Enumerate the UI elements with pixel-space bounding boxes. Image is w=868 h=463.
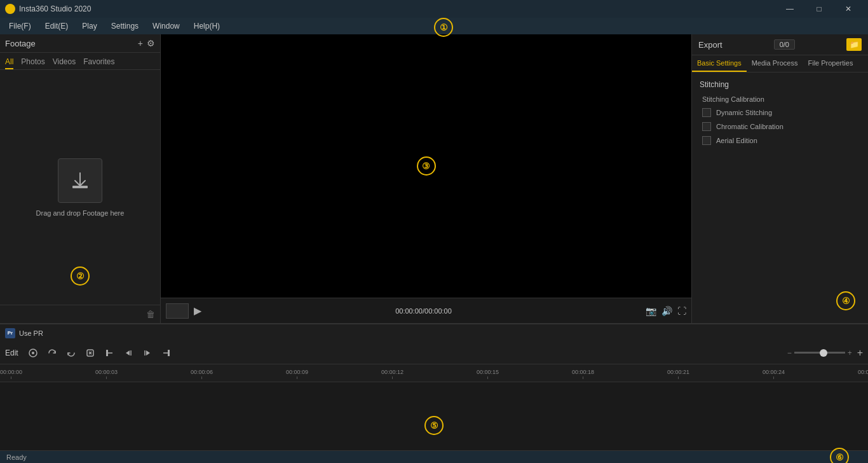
video-canvas: ③	[161, 34, 691, 298]
stitching-calibration-row: Stitching Calibration	[700, 95, 860, 103]
footage-content: Drag and drop Footage here ②	[0, 70, 160, 305]
drop-icon	[58, 158, 102, 203]
status-bar: Ready ⑥	[0, 450, 868, 463]
trash-icon[interactable]: 🗑	[146, 309, 155, 319]
menu-bar: ① File(F) Edit(E) Play Settings Window H…	[0, 18, 868, 34]
edit-btn-loop[interactable]	[45, 346, 59, 360]
add-footage-icon[interactable]: +	[138, 38, 143, 48]
menu-settings[interactable]: Settings	[105, 20, 145, 32]
aerial-edition-row: Aerial Edition	[700, 136, 860, 145]
footage-title: Footage	[5, 39, 36, 48]
ruler-mark: 00:00:00	[0, 369, 22, 379]
title-bar-controls: — □ ✕	[775, 0, 863, 18]
camera-icon[interactable]: 📷	[646, 306, 656, 316]
zoom-out-icon[interactable]: −	[787, 349, 792, 357]
timeline-content[interactable]: ⑤	[0, 382, 868, 450]
tab-basic-settings[interactable]: Basic Settings	[692, 55, 747, 72]
footage-header-icons: + ⚙	[138, 38, 155, 48]
drop-text: Drag and drop Footage here	[36, 209, 125, 217]
pr-icon: Pr	[5, 328, 15, 338]
tab-file-properties[interactable]: File Properties	[803, 55, 858, 72]
dynamic-stitching-checkbox[interactable]	[702, 108, 711, 117]
footage-panel: Footage + ⚙ All Photos Videos Favorites	[0, 34, 161, 323]
volume-icon[interactable]: 🔊	[661, 306, 672, 316]
ruler-mark: 00:00:21	[667, 369, 689, 379]
zoom-slider[interactable]	[794, 352, 845, 354]
ruler-mark: 00:00:06	[191, 369, 213, 379]
add-track-button[interactable]: +	[857, 347, 863, 359]
right-panel: Export 0/0 📁 Basic Settings Media Proces…	[691, 34, 868, 323]
ruler-mark: 00:00:09	[286, 369, 308, 379]
title-bar: Insta360 Studio 2020 — □ ✕	[0, 0, 868, 18]
tab-favorites[interactable]: Favorites	[83, 55, 114, 69]
edit-btn-mark-in[interactable]	[102, 346, 116, 360]
bottom-area: Pr Use PR Edit	[0, 323, 868, 450]
drop-zone[interactable]: Drag and drop Footage here	[36, 158, 125, 217]
svg-marker-8	[146, 350, 150, 356]
preview-area: ③ ▶ 00:00:00/00:00:00 📷 🔊 ⛶	[161, 34, 691, 323]
stitching-section-title: Stitching	[700, 80, 860, 89]
edit-btn-stabilize[interactable]	[26, 346, 40, 360]
svg-marker-6	[126, 350, 130, 356]
settings-footage-icon[interactable]: ⚙	[147, 38, 155, 48]
zoom-in-icon[interactable]: +	[848, 349, 852, 357]
dynamic-stitching-row: Dynamic Stitching	[700, 108, 860, 117]
tab-media-process[interactable]: Media Process	[747, 55, 803, 72]
close-button[interactable]: ✕	[834, 0, 863, 18]
stitching-calibration-link[interactable]: Stitching Calibration	[702, 95, 764, 103]
edit-btn-mark-out[interactable]	[159, 346, 173, 360]
annotation-6: ⑥	[830, 448, 849, 464]
tab-photos[interactable]: Photos	[21, 55, 44, 69]
menu-file[interactable]: File(F)	[3, 20, 37, 32]
edit-btn-prev-frame[interactable]	[121, 346, 135, 360]
title-bar-left: Insta360 Studio 2020	[5, 4, 91, 14]
pr-panel: Pr Use PR	[0, 324, 868, 342]
ruler-mark: 00:00:27	[858, 369, 868, 379]
timeline-area: 00:00:0000:00:0300:00:0600:00:0900:00:12…	[0, 364, 868, 450]
right-tabs: Basic Settings Media Process File Proper…	[692, 55, 868, 73]
edit-btn-rotate[interactable]	[83, 346, 97, 360]
export-label: Export	[698, 40, 722, 50]
pr-label[interactable]: Use PR	[19, 329, 43, 337]
menu-help[interactable]: Help(H)	[187, 20, 226, 32]
fullscreen-button[interactable]: ⛶	[677, 306, 686, 316]
tab-all[interactable]: All	[5, 55, 13, 69]
edit-right: − + +	[787, 347, 863, 359]
annotation-4: ④	[836, 291, 855, 310]
menu-window[interactable]: Window	[146, 20, 186, 32]
maximize-button[interactable]: □	[804, 0, 834, 18]
menu-edit[interactable]: Edit(E)	[39, 20, 75, 32]
time-display: 00:00:00/00:00:00	[207, 307, 641, 315]
ruler-mark: 00:00:12	[381, 369, 403, 379]
menu-play[interactable]: Play	[76, 20, 103, 32]
annotation-3: ③	[417, 156, 436, 176]
playback-bar: ▶ 00:00:00/00:00:00 📷 🔊 ⛶	[161, 298, 691, 323]
annotation-2: ②	[71, 266, 90, 286]
chromatic-calibration-label: Chromatic Calibration	[716, 123, 783, 130]
export-counter: 0/0	[774, 39, 795, 50]
ruler-mark: 00:00:03	[95, 369, 118, 379]
main-layout: Footage + ⚙ All Photos Videos Favorites	[0, 34, 868, 463]
svg-rect-10	[168, 350, 170, 356]
annotation-5: ⑤	[424, 416, 444, 435]
footage-header: Footage + ⚙	[0, 34, 160, 53]
status-text: Ready	[6, 453, 27, 461]
edit-bar: Edit	[0, 342, 868, 364]
timeline-ruler: 00:00:0000:00:0300:00:0600:00:0900:00:12…	[0, 364, 868, 382]
tab-videos[interactable]: Videos	[53, 55, 76, 69]
aerial-edition-checkbox[interactable]	[702, 136, 711, 145]
chromatic-calibration-checkbox[interactable]	[702, 122, 711, 131]
edit-label: Edit	[5, 349, 18, 357]
dynamic-stitching-label: Dynamic Stitching	[716, 109, 772, 116]
footage-tabs: All Photos Videos Favorites	[0, 53, 160, 70]
svg-rect-0	[72, 186, 88, 188]
minimize-button[interactable]: —	[775, 0, 804, 18]
export-folder-button[interactable]: 📁	[846, 38, 862, 51]
svg-rect-4	[106, 350, 108, 356]
app-icon	[5, 4, 15, 14]
edit-btn-next-frame[interactable]	[140, 346, 154, 360]
footage-footer: 🗑	[0, 305, 160, 323]
ruler-mark: 00:00:18	[572, 369, 594, 379]
edit-btn-forward[interactable]	[64, 346, 78, 360]
play-button[interactable]: ▶	[194, 305, 201, 317]
